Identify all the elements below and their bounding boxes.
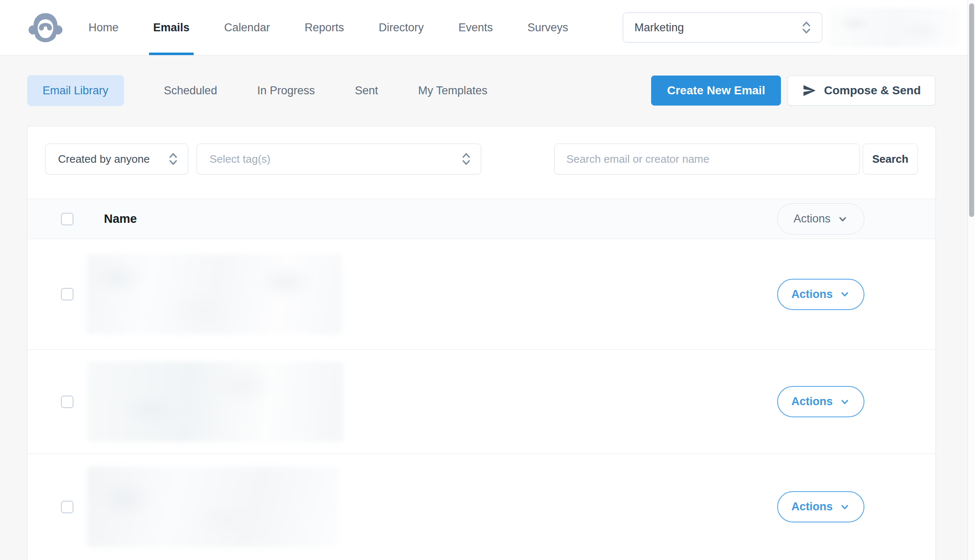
compose-and-send-button[interactable]: Compose & Send [788, 76, 935, 106]
team-selector-dropdown[interactable]: Marketing [623, 13, 822, 43]
row-checkbox[interactable] [61, 501, 73, 513]
vertical-scrollbar-thumb[interactable] [969, 3, 974, 217]
select-all-checkbox[interactable] [61, 213, 73, 225]
vertical-scrollbar-track[interactable] [967, 0, 975, 560]
team-selector-value: Marketing [634, 21, 684, 34]
email-name-redacted-content[interactable] [87, 362, 343, 442]
create-new-email-button[interactable]: Create New Email [651, 76, 781, 106]
user-profile-area-redacted[interactable] [828, 8, 961, 47]
row-actions-button[interactable]: Actions [777, 491, 864, 522]
bulk-actions-button[interactable]: Actions [777, 203, 864, 235]
row-checkbox[interactable] [61, 288, 73, 300]
top-navigation-bar: Home Emails Calendar Reports Directory E… [0, 0, 975, 55]
tab-sent[interactable]: Sent [355, 84, 378, 97]
stepper-up-down-icon [801, 20, 812, 35]
tags-dropdown[interactable]: Select tag(s) [197, 144, 481, 174]
nav-item-events[interactable]: Events [458, 0, 493, 55]
email-table-row: Actions [28, 239, 935, 350]
search-input[interactable] [554, 144, 860, 174]
stepper-up-down-icon [168, 151, 179, 167]
nav-item-calendar[interactable]: Calendar [224, 0, 270, 55]
chevron-down-icon [839, 289, 850, 300]
nav-item-surveys[interactable]: Surveys [528, 0, 568, 55]
email-table-row: Actions [28, 350, 935, 454]
row-actions-button[interactable]: Actions [777, 386, 864, 417]
row-checkbox[interactable] [61, 396, 73, 408]
tab-my-templates[interactable]: My Templates [418, 84, 488, 97]
compose-and-send-label: Compose & Send [824, 84, 921, 97]
filter-bar: Created by anyone Select tag(s) Search [28, 126, 935, 174]
nav-item-directory[interactable]: Directory [379, 0, 424, 55]
search-button[interactable]: Search [863, 144, 918, 174]
search-group: Search [554, 144, 918, 174]
table-header-row: Name Actions [28, 199, 935, 239]
tab-email-library[interactable]: Email Library [27, 75, 124, 106]
email-name-redacted-content[interactable] [87, 254, 342, 334]
nav-item-emails[interactable]: Emails [153, 0, 189, 55]
tab-scheduled[interactable]: Scheduled [164, 84, 217, 97]
created-by-value: Created by anyone [58, 153, 150, 166]
row-actions-button[interactable]: Actions [777, 279, 864, 310]
tags-placeholder: Select tag(s) [210, 153, 270, 166]
nav-item-reports[interactable]: Reports [305, 0, 344, 55]
chevron-down-icon [837, 214, 848, 225]
stepper-up-down-icon [461, 151, 472, 167]
email-name-redacted-content[interactable] [87, 467, 340, 547]
email-section-toolbar: Email Library Scheduled In Progress Sent… [27, 75, 935, 106]
name-column-header: Name [104, 212, 137, 226]
tab-in-progress[interactable]: In Progress [257, 84, 315, 97]
chevron-down-icon [839, 396, 850, 407]
email-library-panel: Created by anyone Select tag(s) Search N… [27, 126, 936, 560]
row-actions-label: Actions [791, 395, 833, 408]
created-by-dropdown[interactable]: Created by anyone [45, 144, 188, 174]
send-paper-plane-icon [802, 83, 816, 98]
row-actions-label: Actions [791, 500, 833, 513]
chevron-down-icon [839, 502, 850, 512]
monkey-logo-icon[interactable] [28, 10, 63, 45]
bulk-actions-label: Actions [793, 212, 831, 225]
email-table-row: Actions [28, 454, 935, 560]
primary-nav: Home Emails Calendar Reports Directory E… [88, 0, 603, 55]
nav-item-home[interactable]: Home [88, 0, 119, 55]
row-actions-label: Actions [791, 288, 833, 301]
